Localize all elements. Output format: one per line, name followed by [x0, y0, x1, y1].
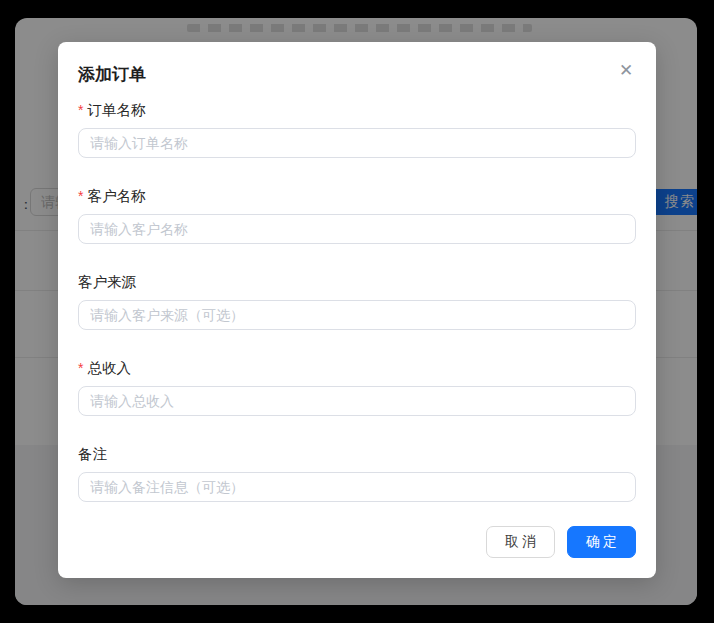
customer-name-input[interactable] — [78, 214, 636, 244]
close-icon[interactable]: ✕ — [614, 58, 638, 82]
order-name-input[interactable] — [78, 128, 636, 158]
modal-title: 添加订单 — [78, 64, 636, 86]
modal-footer: 取消 确定 — [78, 526, 636, 558]
required-asterisk: * — [78, 100, 83, 120]
field-group-order-name: * 订单名称 — [78, 100, 636, 158]
field-label-text: 客户名称 — [87, 187, 145, 206]
confirm-button[interactable]: 确定 — [567, 526, 636, 558]
field-label-text: 备注 — [78, 445, 107, 464]
field-group-customer-source: 客户来源 — [78, 272, 636, 330]
field-group-total-revenue: * 总收入 — [78, 358, 636, 416]
total-revenue-input[interactable] — [78, 386, 636, 416]
field-label: * 客户名称 — [78, 186, 636, 206]
add-order-modal: 添加订单 ✕ * 订单名称 * 客户名称 客户来源 * 总收入 备注 — [58, 42, 656, 578]
remarks-input[interactable] — [78, 472, 636, 502]
customer-source-input[interactable] — [78, 300, 636, 330]
field-label: * 总收入 — [78, 358, 636, 378]
field-group-remarks: 备注 — [78, 444, 636, 502]
cancel-button[interactable]: 取消 — [486, 526, 555, 558]
field-label-text: 客户来源 — [78, 273, 136, 292]
field-label-text: 总收入 — [87, 359, 131, 378]
field-label: 备注 — [78, 444, 636, 464]
required-asterisk: * — [78, 358, 83, 378]
field-label: 客户来源 — [78, 272, 636, 292]
field-group-customer-name: * 客户名称 — [78, 186, 636, 244]
field-label-text: 订单名称 — [87, 101, 145, 120]
field-label: * 订单名称 — [78, 100, 636, 120]
required-asterisk: * — [78, 186, 83, 206]
